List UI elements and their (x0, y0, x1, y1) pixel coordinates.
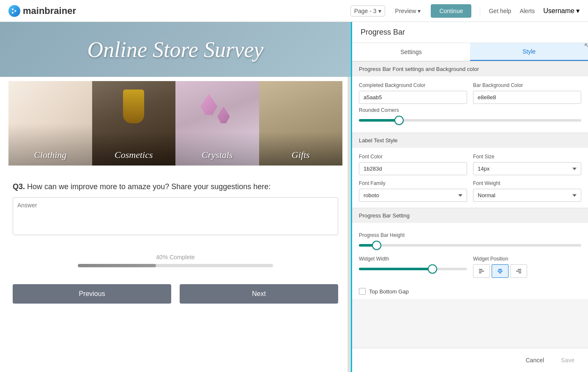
category-item-gifts[interactable]: Gifts (259, 81, 343, 166)
rounded-corners-slider-fill (359, 119, 399, 122)
bar-bg-field: Bar Background Color (473, 82, 581, 104)
category-label-crystals: Crystals (202, 149, 232, 160)
cursor-arrow-icon: ↖ (584, 41, 588, 50)
widget-position-label: Widget Position (473, 256, 581, 262)
font-weight-select[interactable]: Normal Bold Light (473, 189, 581, 202)
answer-textarea[interactable] (13, 197, 338, 235)
font-size-field: Font Size 14px 10px 12px 16px (473, 154, 581, 175)
alerts-link[interactable]: Alerts (520, 8, 535, 14)
nav-buttons: Previous Next (0, 276, 351, 312)
previous-button[interactable]: Previous (13, 284, 171, 304)
section-label-text-content: Font Color Font Size 14px 10px 12px 16px (352, 148, 588, 208)
preview-button[interactable]: Preview ▾ (392, 6, 424, 16)
widget-width-label: Widget Width (359, 256, 467, 262)
survey-title: Online Store Survey (88, 37, 264, 62)
right-panel: Progress Bar Settings Style ↖ Progress B… (351, 22, 588, 372)
section-font-bg-content: Completed Background Color Bar Backgroun… (352, 76, 588, 133)
widget-width-position-row: Widget Width Widget Position (359, 256, 581, 278)
bar-height-label: Progress Bar Height (359, 232, 581, 238)
chevron-down-icon: ▾ (378, 8, 381, 14)
save-button[interactable]: Save (556, 354, 580, 366)
top-bottom-gap-label: Top Bottom Gap (369, 288, 409, 295)
widget-width-slider-track[interactable] (359, 268, 467, 270)
widget-width-slider-fill (359, 268, 432, 270)
font-family-select[interactable]: roboto Arial Georgia (359, 189, 467, 202)
widget-position-field: Widget Position (473, 256, 581, 278)
progress-bar-fill (78, 264, 156, 267)
font-family-label: Font Family (359, 180, 467, 186)
tabs-row: Settings Style ↖ (352, 43, 588, 61)
get-help-link[interactable]: Get help (489, 8, 511, 14)
bottom-actions: Cancel Save (352, 348, 588, 372)
bar-height-row: Progress Bar Height (359, 229, 581, 252)
completed-bg-input[interactable] (359, 91, 467, 104)
progress-section: 40% Complete (0, 245, 351, 276)
rounded-corners-slider-thumb[interactable] (394, 116, 404, 125)
bar-bg-label: Bar Background Color (473, 82, 581, 88)
font-weight-label: Font Weight (473, 180, 581, 186)
font-weight-field: Font Weight Normal Bold Light (473, 180, 581, 202)
font-family-field: Font Family roboto Arial Georgia (359, 180, 467, 202)
right-panel-title: Progress Bar (361, 28, 580, 37)
category-item-crystals[interactable]: Crystals (175, 81, 259, 166)
top-bottom-gap-checkbox[interactable] (359, 288, 366, 295)
svg-point-0 (12, 8, 14, 10)
progress-label: 40% Complete (13, 254, 338, 261)
category-item-cosmetics[interactable]: Cosmetics (92, 81, 176, 166)
survey-panel: Online Store Survey Clothing Cosmetics (0, 22, 351, 372)
color-fields-row: Completed Background Color Bar Backgroun… (359, 82, 581, 104)
cancel-button[interactable]: Cancel (520, 354, 549, 366)
rounded-corners-slider-track[interactable] (359, 119, 581, 122)
category-label-cosmetics: Cosmetics (115, 149, 153, 160)
tab-settings[interactable]: Settings (352, 43, 470, 61)
logo: mainbrainer (8, 5, 76, 17)
font-family-weight-row: Font Family roboto Arial Georgia Font We… (359, 180, 581, 202)
position-left-button[interactable] (473, 264, 490, 278)
page-selector[interactable]: Page - 3 ▾ (350, 5, 385, 16)
continue-button[interactable]: Continue (431, 4, 471, 18)
bar-height-slider-track[interactable] (359, 244, 581, 247)
main-layout: Online Store Survey Clothing Cosmetics (0, 22, 588, 372)
top-bottom-gap-row: Top Bottom Gap (352, 284, 588, 299)
nav-right: Get help Alerts Username ▾ (480, 7, 580, 15)
bar-bg-input[interactable] (473, 91, 581, 104)
chevron-down-icon: ▾ (418, 8, 421, 14)
question-text: Q3. How can we improve more to amaze you… (13, 182, 338, 191)
question-section: Q3. How can we improve more to amaze you… (0, 174, 351, 245)
svg-point-1 (14, 10, 16, 12)
rounded-corners-label: Rounded Corners (359, 107, 581, 113)
font-color-size-row: Font Color Font Size 14px 10px 12px 16px (359, 154, 581, 175)
section-progress-setting-content: Progress Bar Height Widget Width (352, 223, 588, 284)
nav-center: Page - 3 ▾ Preview ▾ Continue (350, 4, 472, 18)
section-font-bg-header: Progress Bar Font settings and Backgroun… (352, 61, 588, 76)
progress-bar-background (78, 264, 273, 267)
font-color-field: Font Color (359, 154, 467, 175)
logo-text: mainbrainer (23, 5, 76, 16)
category-grid: Clothing Cosmetics Crystals (0, 81, 351, 174)
topnav: mainbrainer Page - 3 ▾ Preview ▾ Continu… (0, 0, 588, 22)
widget-width-field: Widget Width (359, 256, 467, 278)
completed-bg-field: Completed Background Color (359, 82, 467, 104)
category-label-clothing: Clothing (34, 149, 66, 160)
font-size-label: Font Size (473, 154, 581, 160)
font-color-input[interactable] (359, 162, 467, 175)
survey-header: Online Store Survey (0, 22, 351, 77)
logo-icon (8, 5, 20, 17)
category-item-clothing[interactable]: Clothing (8, 81, 92, 166)
section-progress-setting-header: Progress Bar Setting (352, 208, 588, 223)
next-button[interactable]: Next (180, 284, 338, 304)
font-color-label: Font Color (359, 154, 467, 160)
chevron-down-icon: ▾ (576, 7, 580, 15)
username-menu[interactable]: Username ▾ (543, 7, 580, 15)
font-size-select[interactable]: 14px 10px 12px 16px (473, 162, 581, 175)
tab-style[interactable]: Style ↖ (470, 43, 588, 61)
bar-height-slider-thumb[interactable] (372, 241, 381, 250)
widget-position-buttons (473, 264, 581, 278)
settings-body: Progress Bar Font settings and Backgroun… (352, 61, 588, 299)
rounded-corners-row: Rounded Corners (359, 104, 581, 127)
widget-width-slider-thumb[interactable] (428, 264, 437, 274)
right-panel-header: Progress Bar (352, 22, 588, 43)
section-label-text-header: Label Text Style (352, 133, 588, 148)
position-center-button[interactable] (492, 264, 509, 278)
position-right-button[interactable] (510, 264, 527, 278)
